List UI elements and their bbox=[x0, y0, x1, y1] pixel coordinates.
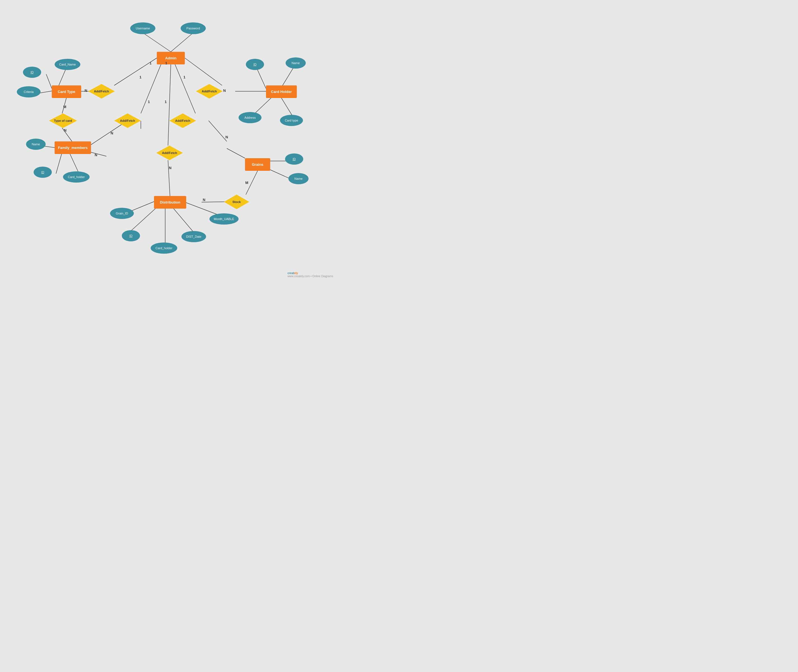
svg-line-34 bbox=[174, 209, 194, 232]
entity-card-type[interactable]: Card Type bbox=[52, 85, 81, 98]
rel-admin-dist[interactable]: Add/Fetch bbox=[156, 146, 183, 160]
cardinality-1-admin-ch: 1 bbox=[183, 75, 186, 79]
svg-line-25 bbox=[255, 98, 271, 114]
cardinality-n-fm-rel: N bbox=[94, 153, 97, 157]
entity-distribution[interactable]: Distribution bbox=[154, 196, 186, 209]
svg-line-21 bbox=[56, 154, 62, 174]
attr-ct-criteria: Criteria bbox=[17, 86, 41, 98]
rel-ct-fm[interactable]: Type of card bbox=[49, 114, 77, 128]
svg-line-10 bbox=[209, 121, 227, 141]
cardinality-n-ch: N bbox=[223, 88, 225, 93]
entity-family-members[interactable]: Family_members bbox=[54, 141, 91, 154]
svg-line-9 bbox=[175, 64, 195, 114]
cardinality-m-gr-stock: M bbox=[245, 181, 248, 185]
cardinality-n-gr: N bbox=[225, 135, 228, 139]
attr-ct-name: Card_Name bbox=[54, 59, 80, 70]
rel-admin-ct[interactable]: Add/Fetch bbox=[88, 84, 115, 99]
attr-dist-distdate: DIST_Date bbox=[181, 231, 206, 242]
attr-ch-name: Name bbox=[286, 58, 306, 69]
svg-line-6 bbox=[141, 64, 161, 114]
entity-grains[interactable]: Grains bbox=[245, 158, 270, 171]
entity-admin[interactable]: Admin bbox=[157, 52, 185, 64]
attr-fm-id: ID bbox=[34, 166, 52, 178]
watermark: creately www.creately.com • Online Diagr… bbox=[288, 272, 333, 278]
svg-line-0 bbox=[143, 33, 171, 52]
attr-ch-id: ID bbox=[246, 59, 264, 70]
diagram-container: Admin Card Type Card Holder Family_membe… bbox=[0, 0, 336, 280]
svg-line-11 bbox=[227, 149, 245, 158]
svg-line-1 bbox=[171, 33, 193, 52]
svg-line-4 bbox=[185, 58, 222, 85]
svg-line-32 bbox=[131, 209, 155, 231]
cardinality-1-upper-right: 1 bbox=[165, 61, 167, 65]
cardinality-1-fm-up: 1 bbox=[148, 100, 150, 104]
attr-ch-address: Address bbox=[238, 112, 262, 123]
attr-dist-grainid: Grain_ID bbox=[110, 208, 134, 219]
cardinality-n-ct: N bbox=[85, 88, 87, 93]
cardinality-1-upper-left: 1 bbox=[150, 61, 152, 65]
diagram-lines bbox=[0, 0, 336, 280]
rel-admin-ch[interactable]: Add/Fetch bbox=[196, 84, 222, 99]
attr-ch-cardtype: Card type bbox=[280, 115, 303, 126]
cardinality-1-admin-ct: 1 bbox=[139, 75, 141, 79]
svg-line-26 bbox=[281, 98, 293, 116]
attr-fm-cardholder: Card_holder bbox=[63, 171, 90, 182]
attr-password: Password bbox=[181, 22, 206, 34]
attr-dist-id: ID bbox=[122, 230, 140, 242]
svg-line-14 bbox=[46, 74, 52, 88]
cardinality-1-gr-up: 1 bbox=[165, 100, 166, 104]
attr-ct-id: ID bbox=[23, 67, 41, 78]
attr-dist-monthuable: Month_UABLE bbox=[209, 213, 238, 224]
svg-line-22 bbox=[70, 154, 78, 172]
cardinality-n-fm: N bbox=[110, 131, 113, 135]
rel-admin-fm[interactable]: Add/Fetch bbox=[114, 114, 141, 128]
rel-gr-dist[interactable]: Stock bbox=[224, 195, 249, 209]
rel-admin-gr[interactable]: Add/Fetch bbox=[170, 114, 196, 128]
entity-card-holder[interactable]: Card Holder bbox=[266, 85, 297, 98]
attr-gr-id: ID bbox=[285, 154, 303, 165]
attr-dist-cardholder: Card_holder bbox=[150, 243, 177, 254]
attr-username: Username bbox=[130, 22, 155, 34]
attr-gr-name: Name bbox=[288, 173, 309, 184]
cardinality-n-ct-fm: N bbox=[64, 128, 66, 133]
cardinality-m-ct: M bbox=[63, 105, 66, 109]
cardinality-n-dist: N bbox=[169, 166, 171, 170]
cardinality-n-stock-dist: N bbox=[203, 198, 205, 202]
svg-line-12 bbox=[168, 64, 171, 146]
attr-fm-name: Name bbox=[26, 139, 46, 150]
